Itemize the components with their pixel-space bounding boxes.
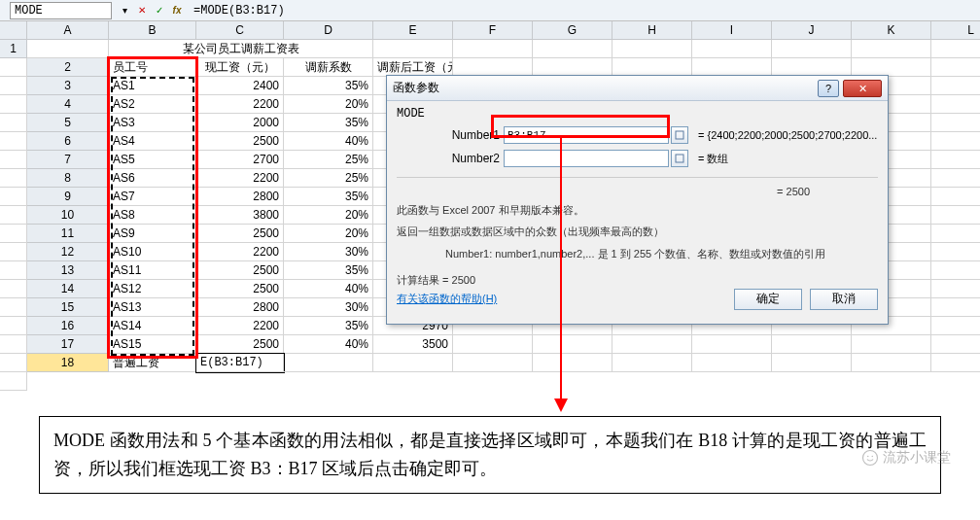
cell[interactable]	[852, 40, 931, 58]
cell-rate[interactable]: 20%	[284, 225, 373, 243]
cell[interactable]	[0, 169, 27, 188]
cell-salary[interactable]: 2500	[196, 335, 284, 354]
function-help-link[interactable]: 有关该函数的帮助(H)	[397, 293, 497, 304]
cell-emp-id[interactable]: AS8	[109, 206, 196, 225]
cell[interactable]	[931, 95, 980, 114]
cell-rate[interactable]: 20%	[284, 206, 373, 225]
ok-button[interactable]: 确定	[734, 289, 802, 310]
cell-salary[interactable]: 2500	[196, 132, 284, 151]
arg1-input[interactable]	[504, 126, 669, 144]
cell-salary[interactable]: 2400	[196, 77, 284, 95]
row-header[interactable]: 16	[27, 317, 109, 335]
cell[interactable]	[453, 335, 533, 354]
cell-rate[interactable]: 20%	[284, 95, 373, 114]
cell-emp-id[interactable]: AS10	[109, 243, 196, 261]
cell[interactable]	[612, 335, 692, 354]
cell-emp-id[interactable]: AS3	[109, 114, 196, 132]
sheet-title[interactable]: 某公司员工调薪工资表	[109, 40, 373, 58]
header-c[interactable]: 调薪系数	[284, 58, 373, 77]
cell-emp-id[interactable]: AS1	[109, 77, 196, 95]
cell-emp-id[interactable]: AS13	[109, 298, 196, 317]
cell[interactable]	[533, 354, 612, 372]
header-b[interactable]: 现工资（元）	[196, 58, 284, 77]
col-header-K[interactable]: K	[852, 21, 931, 40]
cell-salary[interactable]: 2800	[196, 298, 284, 317]
fx-icon[interactable]: fx	[170, 4, 184, 17]
row-header[interactable]: 7	[27, 151, 109, 169]
cell[interactable]	[453, 354, 533, 372]
cell[interactable]	[0, 95, 27, 114]
cell-salary[interactable]: 2200	[196, 169, 284, 188]
cell-salary[interactable]: 2000	[196, 114, 284, 132]
cell[interactable]	[0, 261, 27, 280]
row-header[interactable]: 9	[27, 188, 109, 206]
row-header[interactable]: 15	[27, 298, 109, 317]
cell[interactable]	[931, 335, 980, 354]
cell-salary[interactable]: 2500	[196, 261, 284, 280]
cell[interactable]	[772, 335, 852, 354]
arg1-range-button[interactable]	[671, 126, 688, 144]
col-header-I[interactable]: I	[692, 21, 772, 40]
cell[interactable]	[852, 354, 931, 372]
cell[interactable]	[453, 40, 533, 58]
cell[interactable]	[27, 40, 109, 58]
cell-salary[interactable]: 2500	[196, 280, 284, 298]
row-header[interactable]: 4	[27, 95, 109, 114]
cell[interactable]	[0, 58, 27, 77]
cell[interactable]	[284, 354, 373, 372]
row-header[interactable]: 17	[27, 335, 109, 354]
cell-rate[interactable]: 35%	[284, 261, 373, 280]
cell[interactable]	[931, 225, 980, 243]
cell[interactable]	[0, 132, 27, 151]
cell[interactable]	[0, 335, 27, 354]
cell-rate[interactable]: 40%	[284, 335, 373, 354]
cell[interactable]	[0, 280, 27, 298]
cell[interactable]	[931, 77, 980, 95]
row-header[interactable]: 1	[0, 40, 27, 58]
cell[interactable]	[772, 40, 852, 58]
cell-salary[interactable]: 2800	[196, 188, 284, 206]
cell[interactable]	[931, 280, 980, 298]
cell[interactable]	[0, 77, 27, 95]
cell[interactable]	[0, 151, 27, 169]
cell-salary[interactable]: 2500	[196, 225, 284, 243]
cell-emp-id[interactable]: AS4	[109, 132, 196, 151]
dialog-titlebar[interactable]: 函数参数 ? ✕	[387, 76, 888, 101]
cell-formula-active[interactable]: E(B3:B17)	[196, 354, 284, 372]
row-header[interactable]: 8	[27, 169, 109, 188]
cell[interactable]	[533, 40, 612, 58]
cell-salary[interactable]: 2700	[196, 151, 284, 169]
cell[interactable]	[931, 354, 980, 372]
cell[interactable]	[931, 243, 980, 261]
cancel-icon[interactable]: ✕	[135, 4, 149, 17]
cell-emp-id[interactable]: AS14	[109, 317, 196, 335]
cell[interactable]	[373, 354, 453, 372]
cell[interactable]	[692, 40, 772, 58]
cell-rate[interactable]: 40%	[284, 132, 373, 151]
cell-salary[interactable]: 2200	[196, 317, 284, 335]
header-a[interactable]: 员工号	[109, 58, 196, 77]
col-header-H[interactable]: H	[612, 21, 692, 40]
cell-emp-id[interactable]: AS11	[109, 261, 196, 280]
name-box[interactable]: MODE	[10, 2, 112, 19]
col-header-B[interactable]: B	[109, 21, 196, 40]
cell[interactable]	[0, 298, 27, 317]
cell[interactable]	[692, 354, 772, 372]
row-header[interactable]: 3	[27, 77, 109, 95]
col-header-G[interactable]: G	[533, 21, 612, 40]
row-header[interactable]: 5	[27, 114, 109, 132]
cell[interactable]	[931, 58, 980, 77]
cell-emp-id[interactable]: AS12	[109, 280, 196, 298]
cell-emp-id[interactable]: AS7	[109, 188, 196, 206]
cell[interactable]	[0, 243, 27, 261]
cell[interactable]	[931, 188, 980, 206]
select-all[interactable]	[0, 21, 27, 40]
cell[interactable]	[931, 169, 980, 188]
cancel-button[interactable]: 取消	[810, 289, 878, 310]
cell[interactable]	[0, 188, 27, 206]
cell-salary[interactable]: 2200	[196, 243, 284, 261]
col-header-F[interactable]: F	[453, 21, 533, 40]
cell[interactable]	[931, 261, 980, 280]
row-header[interactable]: 6	[27, 132, 109, 151]
dialog-help-button[interactable]: ?	[818, 80, 839, 97]
